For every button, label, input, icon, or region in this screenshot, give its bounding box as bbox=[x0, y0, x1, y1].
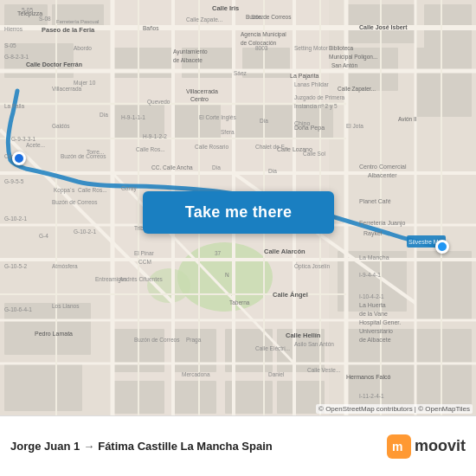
svg-text:Garay: Garay bbox=[121, 185, 137, 192]
svg-text:Abordo: Abordo bbox=[74, 45, 92, 51]
svg-text:El Pinar: El Pinar bbox=[134, 250, 155, 256]
svg-text:Calle Ángel: Calle Ángel bbox=[273, 291, 308, 299]
svg-text:Quevedo: Quevedo bbox=[147, 99, 170, 106]
route-to: Fátima Castille La Mancha Spain bbox=[98, 440, 273, 453]
svg-rect-25 bbox=[173, 329, 216, 372]
svg-text:G-8-2-3-1: G-8-2-3-1 bbox=[4, 54, 29, 60]
svg-text:Universitario: Universitario bbox=[359, 328, 393, 334]
svg-text:El Corte Inglés: El Corte Inglés bbox=[199, 114, 236, 121]
svg-text:San Antón: San Antón bbox=[331, 62, 357, 68]
svg-text:Setting Motor: Setting Motor bbox=[294, 45, 328, 52]
svg-rect-11 bbox=[415, 48, 472, 117]
svg-text:La Mancha: La Mancha bbox=[359, 254, 389, 261]
svg-text:Lanas Phildar: Lanas Phildar bbox=[294, 81, 330, 87]
svg-text:Óptica Joselín: Óptica Joselín bbox=[294, 262, 331, 270]
svg-rect-29 bbox=[173, 381, 216, 414]
svg-text:Acete...: Acete... bbox=[26, 142, 45, 148]
svg-text:G-9-3-3-1: G-9-3-3-1 bbox=[11, 136, 36, 142]
svg-text:Daniel: Daniel bbox=[268, 371, 285, 377]
svg-text:Buzón de Correos: Buzón de Correos bbox=[52, 199, 98, 205]
svg-text:Dia: Dia bbox=[268, 168, 277, 174]
svg-text:Sáez: Sáez bbox=[234, 70, 248, 76]
svg-text:La Falla: La Falla bbox=[4, 103, 25, 109]
svg-text:Hierros: Hierros bbox=[4, 26, 23, 32]
svg-text:Galdós: Galdós bbox=[52, 123, 70, 129]
svg-text:Torre...: Torre... bbox=[87, 149, 104, 155]
destination-marker bbox=[435, 240, 449, 254]
moovit-m-icon: m bbox=[391, 439, 407, 454]
svg-text:N: N bbox=[225, 272, 229, 278]
svg-text:Hospital Gener.: Hospital Gener. bbox=[359, 319, 401, 326]
svg-text:G-10-6-4-1: G-10-6-4-1 bbox=[4, 306, 32, 312]
map-attribution: © OpenStreetMap contributors | © OpenMap… bbox=[316, 404, 473, 414]
svg-text:5-05: 5-05 bbox=[22, 7, 33, 13]
svg-text:Calle Zapate...: Calle Zapate... bbox=[186, 16, 222, 23]
svg-rect-21 bbox=[173, 104, 221, 138]
svg-text:de la Vane: de la Vane bbox=[359, 311, 388, 317]
svg-text:Centro Comercial: Centro Comercial bbox=[359, 164, 407, 170]
route-info: Jorge Juan 1 → Fátima Castille La Mancha… bbox=[10, 440, 387, 453]
svg-text:Praga: Praga bbox=[186, 337, 202, 344]
svg-text:Asilo San Antón: Asilo San Antón bbox=[294, 341, 334, 347]
svg-text:Chalet de F...: Chalet de F... bbox=[255, 144, 288, 150]
bottom-bar: Jorge Juan 1 → Fátima Castille La Mancha… bbox=[0, 415, 476, 476]
svg-text:de Colocación: de Colocación bbox=[241, 40, 277, 46]
svg-text:Planet Café: Planet Café bbox=[359, 198, 391, 204]
svg-text:I-11-2-4-1: I-11-2-4-1 bbox=[359, 393, 384, 399]
svg-text:Calle José Isbert: Calle José Isbert bbox=[359, 24, 408, 30]
svg-text:Municipal Poligon...: Municipal Poligon... bbox=[329, 54, 378, 61]
svg-text:Dia: Dia bbox=[100, 112, 108, 118]
svg-text:G-10-2-1: G-10-2-1 bbox=[4, 215, 27, 222]
svg-text:Taberna: Taberna bbox=[229, 299, 250, 306]
svg-text:Villacerrada: Villacerrada bbox=[52, 86, 82, 92]
svg-text:Calle Doctor Ferrán: Calle Doctor Ferrán bbox=[26, 61, 82, 68]
svg-text:Sfera: Sfera bbox=[221, 129, 235, 135]
route-from: Jorge Juan 1 bbox=[10, 440, 80, 453]
svg-text:H-9-1-2-2: H-9-1-2-2 bbox=[143, 133, 167, 139]
svg-text:Andrés Cifuentes: Andrés Cifuentes bbox=[119, 276, 164, 282]
svg-text:Dia: Dia bbox=[212, 164, 221, 170]
svg-text:37: 37 bbox=[215, 250, 222, 256]
svg-rect-17 bbox=[113, 48, 173, 78]
svg-text:Calle Sol: Calle Sol bbox=[303, 151, 326, 157]
svg-text:Ayuntamiento: Ayuntamiento bbox=[173, 48, 208, 55]
svg-text:CC. Calle Ancha: CC. Calle Ancha bbox=[151, 164, 193, 170]
svg-text:Pedro Lamata: Pedro Lamata bbox=[35, 331, 73, 337]
svg-text:Avión II: Avión II bbox=[398, 116, 417, 122]
svg-text:S-05: S-05 bbox=[4, 42, 16, 48]
svg-text:Dia: Dia bbox=[260, 118, 268, 124]
svg-text:Calle Eléctri...: Calle Eléctri... bbox=[255, 345, 290, 351]
svg-text:Calle Ros...: Calle Ros... bbox=[136, 146, 165, 152]
svg-text:Mercadona: Mercadona bbox=[182, 371, 210, 377]
svg-text:Villacerrada: Villacerrada bbox=[186, 88, 218, 94]
svg-text:Baños: Baños bbox=[143, 25, 159, 31]
svg-text:Calle Ros...: Calle Ros... bbox=[78, 187, 107, 193]
svg-text:Calle Iris: Calle Iris bbox=[212, 4, 239, 12]
svg-text:H-9-1-1-1: H-9-1-1-1 bbox=[121, 114, 145, 120]
map-container: Telepizza Paseo de la Feria Calle Doctor… bbox=[0, 0, 476, 415]
svg-text:Atmósfera: Atmósfera bbox=[52, 263, 78, 269]
svg-text:Centro: Centro bbox=[190, 96, 209, 102]
svg-text:Buzón de Correos: Buzón de Correos bbox=[134, 337, 180, 343]
svg-text:Instancia nº 2 y 5: Instancia nº 2 y 5 bbox=[294, 103, 338, 110]
svg-text:Calle Zapater...: Calle Zapater... bbox=[338, 86, 376, 93]
svg-text:Calle Alarcón: Calle Alarcón bbox=[264, 248, 306, 255]
take-me-there-button[interactable]: Take me there bbox=[143, 191, 334, 234]
take-me-there-label: Take me there bbox=[185, 203, 293, 222]
svg-text:8003: 8003 bbox=[255, 45, 268, 51]
svg-text:G-10-5-2: G-10-5-2 bbox=[4, 263, 27, 269]
svg-text:I-10-4-2-1: I-10-4-2-1 bbox=[359, 293, 384, 299]
svg-text:Calle Veste...: Calle Veste... bbox=[307, 367, 340, 373]
svg-text:CCM: CCM bbox=[138, 259, 151, 265]
svg-text:El Jota: El Jota bbox=[346, 123, 363, 129]
moovit-label: moovit bbox=[415, 437, 466, 455]
svg-text:m: m bbox=[392, 440, 402, 453]
moovit-logo: m moovit bbox=[387, 434, 466, 459]
svg-text:de Albacete: de Albacete bbox=[173, 57, 203, 63]
svg-text:Ferretería Juanjo: Ferretería Juanjo bbox=[359, 220, 405, 227]
svg-text:Ferretería Pascual: Ferretería Pascual bbox=[56, 19, 99, 24]
svg-text:G-9-5-5: G-9-5-5 bbox=[4, 178, 24, 184]
svg-rect-22 bbox=[234, 104, 277, 138]
svg-text:G-4: G-4 bbox=[39, 233, 48, 239]
svg-text:Paseo de la Feria: Paseo de la Feria bbox=[42, 26, 95, 34]
